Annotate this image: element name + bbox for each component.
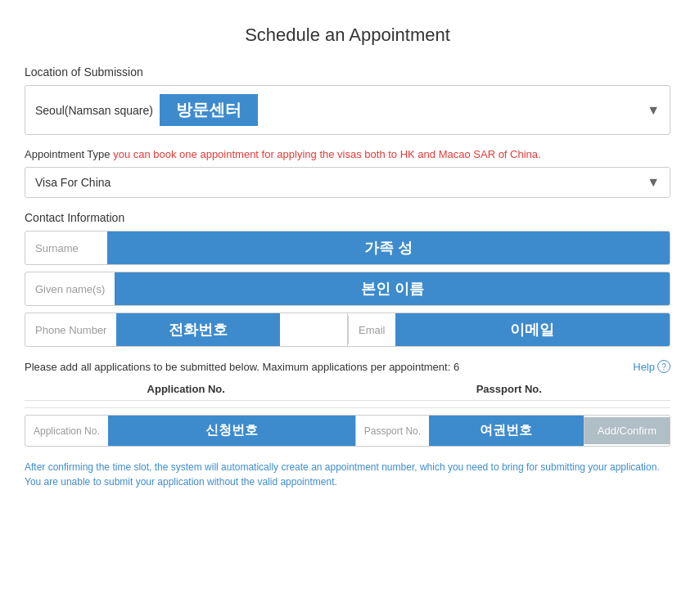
given-name-input[interactable]: 본인 이름 <box>115 272 670 305</box>
phone-email-row: Phone Number 전화번호 Email 이메일 <box>25 312 670 347</box>
col-appno-header: Application No. <box>25 383 348 395</box>
appointment-type-notice-text: you can book one appointment for applyin… <box>111 148 541 160</box>
given-name-row: Given name(s) 본인 이름 <box>25 272 670 306</box>
phone-section: Phone Number 전화번호 <box>25 313 347 346</box>
email-input[interactable]: 이메일 <box>395 313 670 346</box>
location-select-wrapper[interactable]: Seoul(Namsan square) 방문센터 ▼ <box>25 85 670 135</box>
surname-row: Surname 가족 성 <box>25 231 670 265</box>
appointment-type-static: Appointment Type <box>25 148 111 160</box>
visa-select-value: Visa For China <box>35 176 111 189</box>
table-divider <box>25 407 670 408</box>
add-confirm-button[interactable]: Add/Confirm <box>584 417 670 444</box>
page-title: Schedule an Appointment <box>25 16 670 46</box>
applications-table-header: Application No. Passport No. <box>25 383 670 401</box>
location-label: Location of Submission <box>25 65 670 79</box>
surname-input[interactable]: 가족 성 <box>107 232 670 264</box>
appointment-type-select-wrapper[interactable]: Visa For China ▼ <box>25 167 670 198</box>
info-notice: After confirming the time slot, the syst… <box>25 460 670 489</box>
appointment-type-label: Appointment Type you can book one appoin… <box>25 148 670 160</box>
app-input-label: Application No. <box>25 418 108 444</box>
email-section: Email 이메일 <box>347 313 670 346</box>
passport-label: Passport No. <box>356 418 429 444</box>
email-label: Email <box>348 316 395 344</box>
given-name-label: Given name(s) <box>25 275 115 304</box>
app-no-input[interactable]: 신청번호 <box>108 416 355 446</box>
phone-input[interactable]: 전화번호 <box>116 313 280 346</box>
application-input-row: Application No. 신청번호 Passport No. 여권번호 A… <box>25 415 670 447</box>
col-passport-header: Passport No. <box>348 383 671 395</box>
passport-section: Passport No. 여권번호 <box>355 416 584 446</box>
contact-section-label: Contact Information <box>25 211 670 224</box>
applications-notice-text: Please add all applications to be submit… <box>25 361 459 373</box>
applications-header: Please add all applications to be submit… <box>25 360 670 373</box>
help-label: Help <box>633 361 655 373</box>
location-static-text: Seoul(Namsan square) <box>35 104 153 117</box>
applications-section: Please add all applications to be submit… <box>25 360 670 447</box>
passport-input[interactable]: 여권번호 <box>429 416 584 446</box>
location-highlight-text: 방문센터 <box>160 94 258 126</box>
location-select-display[interactable]: Seoul(Namsan square) 방문센터 <box>25 86 670 134</box>
phone-label: Phone Number <box>25 316 116 344</box>
surname-label: Surname <box>25 234 107 263</box>
help-link[interactable]: Help ? <box>633 360 670 373</box>
help-icon: ? <box>657 360 670 373</box>
visa-select-display[interactable]: Visa For China <box>25 168 670 197</box>
